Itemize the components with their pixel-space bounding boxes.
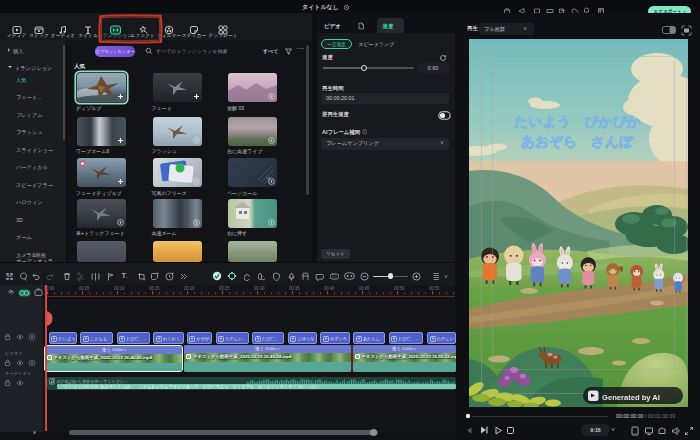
svg-text:Generated by AI: Generated by AI [602,393,660,402]
svg-text:たいよう ぴかぴか: たいよう ぴかぴか [514,114,642,129]
svg-text:あおぞら さんぼ: あおぞら さんぼ [521,134,634,149]
